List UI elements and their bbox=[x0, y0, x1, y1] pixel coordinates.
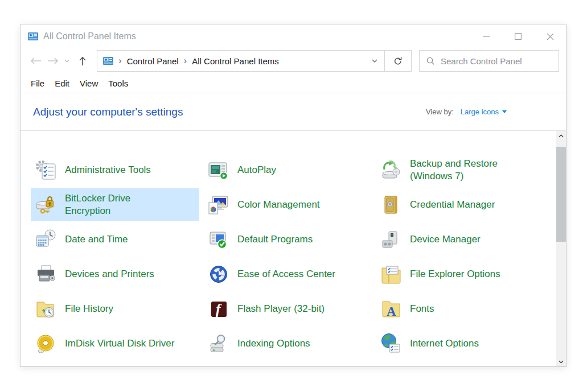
menu-edit[interactable]: Edit bbox=[50, 76, 75, 90]
menu-view[interactable]: View bbox=[75, 76, 103, 90]
scrollbar-thumb[interactable] bbox=[556, 147, 566, 242]
view-by-control: View by: Large icons bbox=[426, 108, 507, 116]
page-title: Adjust your computer's settings bbox=[33, 106, 183, 118]
chevron-down-icon bbox=[64, 59, 69, 63]
item-date-and-time[interactable]: Date and Time bbox=[31, 223, 199, 255]
chevron-down-icon bbox=[559, 360, 564, 364]
breadcrumb-root-icon bbox=[103, 57, 113, 65]
refresh-button[interactable] bbox=[385, 50, 412, 72]
administrative-tools-icon bbox=[35, 159, 58, 181]
item-file-explorer-options[interactable]: File Explorer Options bbox=[376, 258, 544, 290]
vertical-scrollbar[interactable] bbox=[556, 131, 566, 366]
search-input[interactable]: Search Control Panel bbox=[419, 50, 559, 72]
view-by-label: View by: bbox=[426, 108, 454, 116]
up-arrow-icon bbox=[79, 56, 87, 66]
page-header: Adjust your computer's settings View by:… bbox=[20, 93, 566, 131]
date-time-icon bbox=[35, 228, 58, 251]
control-panel-app-icon bbox=[28, 32, 38, 40]
items-grid: Administrative Tools AutoPlay Backup and… bbox=[31, 131, 566, 362]
scrollbar-down-button[interactable] bbox=[556, 357, 566, 366]
control-panel-window: All Control Panel Items bbox=[20, 24, 566, 367]
refresh-icon bbox=[393, 56, 403, 65]
up-button[interactable] bbox=[74, 52, 91, 70]
breadcrumb-control-panel[interactable]: Control Panel bbox=[127, 56, 179, 66]
svg-text:A: A bbox=[387, 304, 396, 319]
scrollbar-up-button[interactable] bbox=[556, 131, 566, 141]
default-programs-icon bbox=[207, 228, 230, 251]
maximize-button[interactable] bbox=[502, 24, 534, 48]
item-default-programs[interactable]: Default Programs bbox=[203, 223, 372, 255]
menu-bar: File Edit View Tools bbox=[20, 73, 566, 93]
color-management-icon bbox=[207, 193, 230, 216]
item-file-history[interactable]: File History bbox=[31, 292, 199, 325]
close-button[interactable] bbox=[534, 24, 566, 48]
item-credential-manager[interactable]: Credential Manager bbox=[376, 188, 544, 221]
address-dropdown-button[interactable] bbox=[372, 59, 379, 63]
search-placeholder: Search Control Panel bbox=[441, 56, 522, 66]
search-icon bbox=[426, 56, 435, 65]
forward-arrow-icon bbox=[47, 57, 59, 65]
breadcrumb-separator: › bbox=[179, 55, 192, 67]
indexing-options-icon bbox=[207, 332, 230, 355]
minimize-button[interactable] bbox=[470, 24, 502, 48]
file-history-icon bbox=[35, 298, 58, 320]
item-imdisk-virtual-disk-driver[interactable]: ImDisk Virtual Disk Driver bbox=[31, 327, 199, 360]
breadcrumb-separator: › bbox=[113, 55, 127, 67]
item-device-manager[interactable]: Device Manager bbox=[376, 223, 544, 255]
autoplay-icon bbox=[207, 159, 230, 181]
breadcrumb-all-items[interactable]: All Control Panel Items bbox=[192, 56, 279, 66]
back-button[interactable] bbox=[27, 52, 44, 70]
device-manager-icon bbox=[380, 228, 403, 251]
devices-printers-icon bbox=[35, 263, 58, 286]
menu-tools[interactable]: Tools bbox=[103, 76, 133, 90]
item-indexing-options[interactable]: Indexing Options bbox=[203, 327, 372, 360]
back-arrow-icon bbox=[30, 57, 42, 65]
item-autoplay[interactable]: AutoPlay bbox=[203, 154, 372, 186]
file-explorer-options-icon bbox=[380, 263, 403, 286]
address-bar[interactable]: › Control Panel › All Control Panel Item… bbox=[97, 50, 385, 72]
item-flash-player[interactable]: fFlash Player (32-bit) bbox=[203, 292, 372, 325]
imdisk-icon bbox=[35, 332, 58, 355]
item-backup-and-restore[interactable]: Backup and Restore (Windows 7) bbox=[376, 154, 544, 186]
bitlocker-icon bbox=[35, 193, 58, 216]
item-fonts[interactable]: AFonts bbox=[376, 292, 544, 325]
caret-down-icon bbox=[502, 110, 507, 113]
chevron-down-icon bbox=[372, 59, 377, 63]
backup-restore-icon bbox=[380, 159, 403, 181]
items-panel: Administrative Tools AutoPlay Backup and… bbox=[20, 131, 566, 366]
minimize-icon bbox=[483, 36, 490, 37]
forward-button[interactable] bbox=[44, 52, 61, 70]
item-devices-and-printers[interactable]: Devices and Printers bbox=[31, 258, 199, 290]
item-internet-options[interactable]: Internet Options bbox=[376, 327, 544, 360]
close-icon bbox=[547, 33, 554, 40]
maximize-icon bbox=[515, 33, 522, 40]
window-title: All Control Panel Items bbox=[43, 31, 136, 42]
view-by-value: Large icons bbox=[461, 108, 499, 116]
navigation-toolbar: › Control Panel › All Control Panel Item… bbox=[20, 48, 566, 73]
menu-file[interactable]: File bbox=[26, 76, 50, 90]
recent-locations-button[interactable] bbox=[61, 52, 72, 70]
internet-options-icon bbox=[380, 332, 403, 355]
title-bar: All Control Panel Items bbox=[20, 24, 566, 48]
fonts-icon: A bbox=[380, 298, 403, 320]
flash-player-icon: f bbox=[207, 298, 230, 320]
chevron-up-icon bbox=[559, 134, 564, 138]
ease-of-access-icon bbox=[207, 263, 230, 286]
window-controls bbox=[470, 24, 566, 48]
item-ease-of-access-center[interactable]: Ease of Access Center bbox=[203, 258, 372, 290]
view-by-dropdown[interactable]: Large icons bbox=[461, 108, 507, 116]
item-color-management[interactable]: Color Management bbox=[203, 188, 372, 221]
item-bitlocker-drive-encryption[interactable]: BitLocker Drive Encryption bbox=[31, 188, 199, 221]
credential-manager-icon bbox=[380, 193, 403, 216]
item-administrative-tools[interactable]: Administrative Tools bbox=[31, 154, 199, 186]
